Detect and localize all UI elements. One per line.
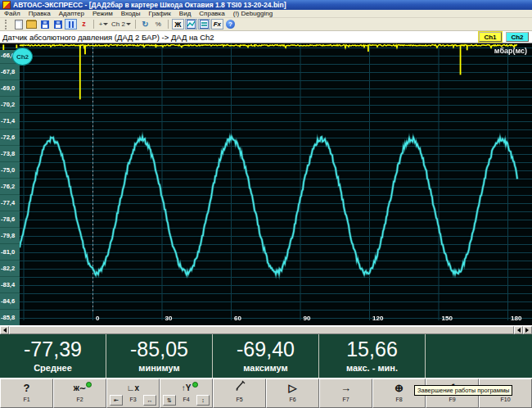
menu-debugging[interactable]: (!) Debugging (229, 10, 277, 17)
menu-edit[interactable]: Правка (25, 10, 55, 17)
save-button[interactable] (38, 19, 51, 29)
x-expand-button[interactable]: ↔ (143, 395, 156, 406)
percent-button[interactable]: % (152, 19, 165, 29)
info-bar: Датчик абсолютного давления (ДАД 2 БАР) … (0, 31, 532, 43)
menu-view[interactable]: Вид (175, 10, 195, 17)
title-bar[interactable]: АВТОАС-ЭКСПРЕСС - [ДАД2бар в картере Шко… (0, 0, 532, 10)
min-label: минимум (138, 363, 179, 374)
y-tick-label: -78,6 (1, 216, 20, 223)
horizontal-scrollbar (0, 325, 532, 334)
toolbar: z + Ch 2 ↻ % Ж Fx ? (0, 18, 532, 31)
new-file-icon (15, 20, 23, 29)
left-arrow-icon (515, 328, 521, 333)
pause-icon (69, 21, 74, 28)
menu-adapter[interactable]: Адаптер (55, 10, 88, 17)
active-indicator-dot (192, 382, 198, 388)
f3-x-scale-button[interactable]: ∟x F3 ⇤ ↔ (106, 379, 160, 408)
menu-help[interactable]: Справка (195, 10, 228, 17)
toolbar-separator (135, 20, 136, 29)
auto-scale-button[interactable]: ↻ (139, 19, 151, 29)
fx-icon: Fx (214, 20, 221, 28)
y-tick-label: -82,2 (1, 265, 20, 272)
f4-y-scale-button[interactable]: ↑Y F4 ⇅ ↕ (160, 379, 213, 408)
chart-view-toggle[interactable] (185, 19, 197, 29)
f2-signal-button[interactable]: ж∼ F2 (53, 379, 106, 408)
tooltip: Завершение работы программы (414, 385, 512, 396)
menu-mode[interactable]: Режим (88, 10, 117, 17)
y-tick-label: -72,6 (1, 134, 20, 141)
open-file-button[interactable] (25, 19, 38, 29)
compress-toggle[interactable]: Ж (172, 19, 184, 29)
compress-icon: Ж (174, 20, 181, 29)
scroll-left-button[interactable] (0, 326, 9, 334)
waveform-canvas[interactable] (0, 43, 532, 325)
signal-view-toggle[interactable] (198, 19, 210, 29)
pause-button[interactable] (65, 19, 77, 29)
peak-to-peak-value: 15,66 (346, 336, 398, 363)
f5-clear-button[interactable]: F5 (213, 379, 266, 408)
menu-inputs[interactable]: Входы (117, 10, 145, 17)
toolbar-separator (93, 20, 94, 29)
signal-lines-icon (200, 20, 209, 29)
save-all-button[interactable] (52, 19, 64, 29)
refresh-icon: ↻ (142, 20, 148, 29)
x-tick-label: 60 (234, 315, 241, 322)
channel-1-button[interactable]: Ch1 (479, 32, 502, 42)
cursor-tool-button[interactable]: + (97, 19, 110, 29)
y-tick-label: -79,8 (1, 233, 20, 239)
function-toggle[interactable]: Fx (211, 19, 223, 29)
f7-label: F7 (342, 397, 349, 403)
arrow-right-icon: → (340, 379, 351, 397)
help-button[interactable]: ? (224, 19, 237, 29)
toolbar-grip[interactable] (5, 20, 9, 29)
oscilloscope-plot: -66,6-67,8-69,0-70,2-71,4-72,6-73,8-75,0… (0, 43, 532, 325)
y-tick-label: -84,6 (1, 298, 20, 305)
new-file-button[interactable] (12, 19, 25, 29)
window-title: АВТОАС-ЭКСПРЕСС - [ДАД2бар в картере Шко… (13, 1, 286, 9)
peak-to-peak-label: макс. - мин. (346, 363, 398, 374)
f1-label: F1 (23, 397, 29, 403)
x-tick-label: 120 (372, 315, 383, 322)
sleep-icon: z (82, 20, 86, 28)
menu-graph[interactable]: График (145, 10, 175, 17)
x-compress-button[interactable]: ⇤ (110, 395, 123, 406)
scroll-page-left-button[interactable] (514, 326, 523, 334)
f1-help-button[interactable]: ? F1 (0, 379, 53, 408)
scroll-right-button[interactable] (523, 326, 532, 334)
wave-icon: ж∼ (74, 379, 86, 397)
x-tick-label: 0 (96, 315, 99, 322)
channel-select-dropdown[interactable]: Ch 2 (110, 19, 132, 29)
max-value: -69,40 (237, 336, 295, 363)
y-expand-button[interactable]: ↕ (196, 395, 210, 406)
save-icon (41, 20, 49, 29)
app-window: АВТОАС-ЭКСПРЕСС - [ДАД2бар в картере Шко… (0, 0, 532, 408)
percent-icon: % (156, 20, 161, 28)
x-axis-icon: ∟x (127, 379, 139, 397)
f6-play-button[interactable]: ▷ F6 (266, 379, 319, 408)
ch2-channel-badge[interactable]: Ch2 (12, 48, 33, 66)
brush-icon (233, 379, 246, 397)
menu-file[interactable]: Файл (0, 10, 25, 17)
channel-2-button[interactable]: Ch2 (506, 32, 529, 42)
sleep-mode-button[interactable]: z (78, 19, 90, 29)
measurement-panel: -77,39 Среднее -85,05 минимум -69,40 мак… (0, 334, 532, 378)
dropdown-arrow-icon (126, 23, 131, 28)
open-folder-icon (26, 20, 37, 29)
y-tick-label: -81,0 (1, 249, 20, 256)
y-tick-label: -67,8 (1, 69, 20, 75)
max-label: максимум (243, 363, 287, 374)
f7-forward-button[interactable]: → F7 (319, 379, 372, 408)
scrollbar-thumb[interactable] (9, 326, 514, 334)
toolbar-separator (168, 20, 169, 29)
dropdown-arrow-icon (103, 23, 108, 28)
menu-bar: Файл Правка Адаптер Режим Входы График В… (0, 10, 532, 18)
function-key-bar: ? F1 ж∼ F2 ∟x F3 ⇤ ↔ ↑Y F4 ⇅ ↕ F5 ▷ (0, 378, 532, 408)
y-tick-label: -73,8 (1, 151, 20, 157)
x-tick-label: 90 (304, 315, 311, 322)
y-compress-button[interactable]: ⇅ (163, 395, 176, 406)
channel-select-label: Ch 2 (111, 20, 125, 28)
f5-label: F5 (236, 397, 242, 403)
save-all-icon (54, 20, 62, 29)
app-icon (2, 1, 11, 9)
measure-min: -85,05 минимум (106, 334, 213, 378)
